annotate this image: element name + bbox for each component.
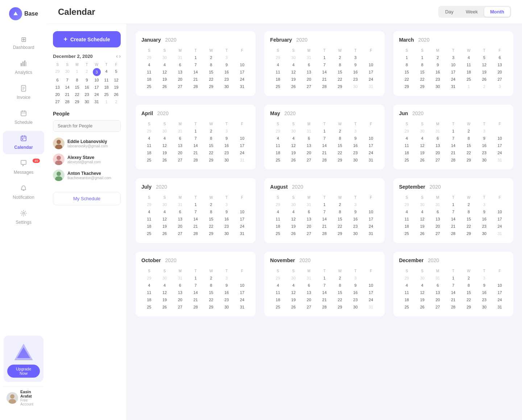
calendar-day[interactable]: 28 xyxy=(317,156,332,164)
calendar-day[interactable]: 29 xyxy=(203,156,219,164)
mini-cal-day[interactable]: 29 xyxy=(72,98,82,105)
calendar-day[interactable]: 21 xyxy=(317,149,332,156)
mini-cal-day[interactable]: 23 xyxy=(82,91,91,98)
calendar-day[interactable]: 18 xyxy=(141,296,157,303)
mini-cal-day[interactable]: 13 xyxy=(53,84,62,91)
calendar-day[interactable]: 19 xyxy=(476,68,492,76)
calendar-day[interactable]: 4 xyxy=(414,282,430,289)
calendar-day[interactable]: 17 xyxy=(235,68,250,76)
calendar-day[interactable]: 26 xyxy=(414,156,430,164)
mini-cal-day[interactable]: 18 xyxy=(102,84,111,91)
calendar-day[interactable]: 26 xyxy=(414,230,430,237)
calendar-day[interactable]: 27 xyxy=(173,303,188,311)
calendar-day[interactable]: 13 xyxy=(492,61,508,68)
calendar-day[interactable]: 12 xyxy=(157,68,173,76)
mini-cal-day[interactable]: 29 xyxy=(53,68,62,76)
calendar-day[interactable]: 4 xyxy=(141,135,157,142)
calendar-day[interactable]: 2 xyxy=(203,274,219,282)
calendar-day[interactable]: 20 xyxy=(301,296,317,303)
calendar-day[interactable]: 22 xyxy=(461,296,477,303)
calendar-day[interactable]: 6 xyxy=(173,282,188,289)
calendar-day[interactable]: 6 xyxy=(430,208,446,215)
calendar-day[interactable]: 29 xyxy=(270,201,286,208)
calendar-day[interactable]: 9 xyxy=(219,282,235,289)
calendar-day[interactable]: 16 xyxy=(348,215,363,223)
calendar-day[interactable]: 4 xyxy=(157,208,173,215)
calendar-day[interactable]: 30 xyxy=(348,303,363,311)
calendar-day[interactable]: 19 xyxy=(414,149,430,156)
calendar-day[interactable]: 30 xyxy=(476,156,492,164)
calendar-day[interactable]: 26 xyxy=(414,303,430,311)
calendar-day[interactable]: 6 xyxy=(173,208,188,215)
mini-cal-day[interactable]: 22 xyxy=(72,91,82,98)
calendar-day[interactable]: 30 xyxy=(476,303,492,311)
calendar-day[interactable]: 9 xyxy=(476,208,492,215)
calendar-day[interactable]: 8 xyxy=(414,61,430,68)
mini-cal-day[interactable]: 30 xyxy=(63,68,72,76)
mini-cal-day[interactable]: 17 xyxy=(92,84,101,91)
calendar-day[interactable]: 29 xyxy=(141,54,157,61)
calendar-day[interactable]: 13 xyxy=(173,215,188,223)
calendar-day[interactable]: 3 xyxy=(492,83,508,90)
calendar-day[interactable]: 17 xyxy=(235,289,250,296)
calendar-day[interactable]: 1 xyxy=(188,274,203,282)
calendar-day[interactable]: 30 xyxy=(430,83,446,90)
calendar-day[interactable]: 21 xyxy=(188,223,203,230)
person-item-alexey[interactable]: Alexey Stave alexeyst@gmail.com xyxy=(53,151,121,167)
calendar-day[interactable]: 12 xyxy=(414,289,430,296)
calendar-day[interactable]: 22 xyxy=(332,223,348,230)
calendar-day[interactable]: 22 xyxy=(203,223,219,230)
calendar-day[interactable]: 29 xyxy=(399,274,415,282)
calendar-day[interactable]: 14 xyxy=(188,142,203,149)
calendar-day[interactable]: 30 xyxy=(286,127,301,135)
calendar-day[interactable]: 16 xyxy=(348,68,363,76)
calendar-day[interactable]: 3 xyxy=(476,274,492,282)
calendar-day[interactable]: 17 xyxy=(235,215,250,223)
calendar-day[interactable]: 16 xyxy=(348,289,363,296)
calendar-day[interactable]: 2 xyxy=(461,274,477,282)
calendar-day[interactable]: 25 xyxy=(270,156,286,164)
calendar-day[interactable]: 11 xyxy=(270,68,286,76)
calendar-day[interactable]: 28 xyxy=(446,156,461,164)
calendar-day[interactable]: 28 xyxy=(317,303,332,311)
calendar-day[interactable]: 1 xyxy=(317,54,332,61)
calendar-day[interactable]: 13 xyxy=(301,68,317,76)
calendar-day[interactable]: 30 xyxy=(348,83,363,90)
calendar-day[interactable]: 19 xyxy=(286,223,301,230)
calendar-day[interactable]: 21 xyxy=(188,149,203,156)
create-schedule-button[interactable]: + Create Schedule xyxy=(53,31,121,47)
calendar-day[interactable]: 21 xyxy=(446,296,461,303)
calendar-day[interactable]: 1 xyxy=(446,274,461,282)
calendar-day[interactable]: 30 xyxy=(348,230,363,237)
calendar-day[interactable]: 9 xyxy=(348,282,363,289)
calendar-day[interactable]: 31 xyxy=(430,274,446,282)
calendar-day[interactable]: 23 xyxy=(476,223,492,230)
calendar-day[interactable]: 9 xyxy=(219,208,235,215)
calendar-day[interactable]: 24 xyxy=(235,223,250,230)
calendar-day[interactable] xyxy=(492,274,508,282)
calendar-day[interactable]: 31 xyxy=(301,201,317,208)
calendar-day[interactable]: 22 xyxy=(332,149,348,156)
calendar-day[interactable]: 28 xyxy=(188,230,203,237)
mini-cal-day[interactable]: 2 xyxy=(82,68,91,76)
mini-cal-day-selected[interactable]: 3 xyxy=(93,68,101,76)
person-item-eddie[interactable]: Eddie Lobanovskiy laboanovsky@gmail.com xyxy=(53,135,121,151)
calendar-day[interactable]: 21 xyxy=(188,296,203,303)
calendar-day[interactable]: 17 xyxy=(492,289,508,296)
calendar-day[interactable]: 4 xyxy=(270,61,286,68)
calendar-day[interactable]: 7 xyxy=(317,135,332,142)
calendar-day[interactable]: 15 xyxy=(203,142,219,149)
mini-cal-day[interactable]: 28 xyxy=(63,98,72,105)
calendar-day[interactable]: 7 xyxy=(188,282,203,289)
calendar-day[interactable]: 23 xyxy=(219,76,235,83)
calendar-day[interactable]: 2 xyxy=(461,127,477,135)
calendar-day[interactable]: 4 xyxy=(399,208,415,215)
calendar-day[interactable]: 31 xyxy=(363,83,379,90)
calendar-day[interactable]: 25 xyxy=(399,230,415,237)
calendar-day[interactable]: 27 xyxy=(430,230,446,237)
calendar-day[interactable]: 16 xyxy=(476,289,492,296)
calendar-day[interactable]: 29 xyxy=(399,83,415,90)
calendar-day[interactable]: 8 xyxy=(203,282,219,289)
calendar-day[interactable]: 18 xyxy=(270,149,286,156)
calendar-day[interactable]: 29 xyxy=(461,303,477,311)
